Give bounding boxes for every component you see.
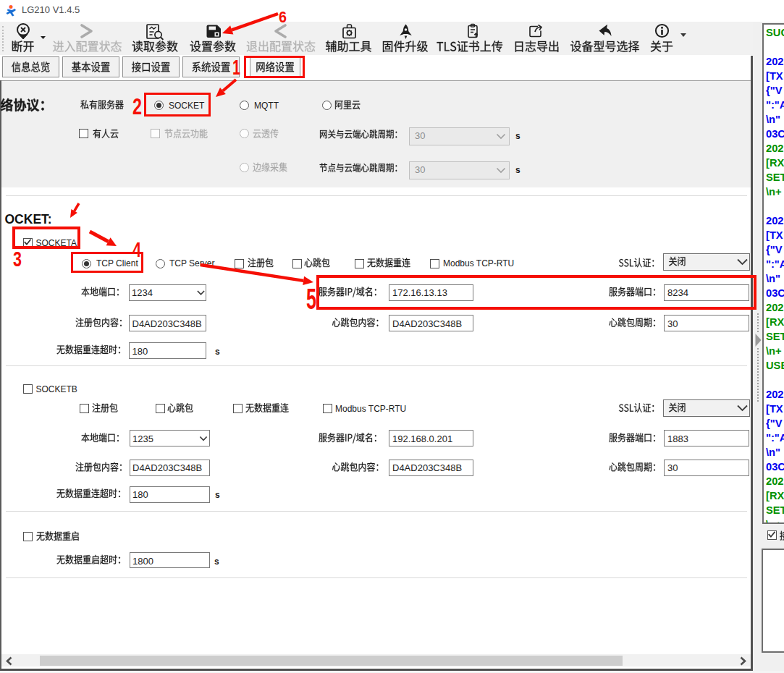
svg-text:6: 6: [279, 8, 287, 26]
svg-text:OCKET:: OCKET:: [5, 212, 52, 227]
svg-text:s: s: [515, 165, 520, 175]
svg-text:1883: 1883: [667, 433, 688, 444]
svg-text:202: 202: [766, 56, 784, 67]
svg-text:{"V: {"V: [766, 418, 783, 429]
svg-text:180: 180: [132, 346, 148, 357]
svg-text:30: 30: [667, 318, 678, 329]
svg-text:03C: 03C: [766, 461, 784, 473]
svg-text:03C: 03C: [766, 287, 784, 299]
svg-text:[RX: [RX: [766, 316, 784, 328]
svg-text:1: 1: [232, 55, 240, 79]
svg-text:\n": \n": [766, 273, 780, 284]
svg-text:Modbus TCP-RTU: Modbus TCP-RTU: [335, 404, 406, 414]
svg-text:\n": \n": [766, 446, 780, 458]
svg-text:s: s: [215, 490, 220, 500]
svg-text:s: s: [515, 131, 520, 141]
svg-text:\n+: \n+: [766, 345, 782, 357]
svg-text:[RX: [RX: [766, 157, 784, 169]
svg-text:202: 202: [766, 215, 784, 227]
svg-text:202: 202: [766, 143, 784, 154]
svg-text:03C: 03C: [766, 128, 784, 140]
svg-text:192.168.0.201: 192.168.0.201: [392, 433, 452, 444]
svg-text:s: s: [215, 347, 220, 357]
svg-text:1800: 1800: [132, 556, 153, 567]
svg-text:202: 202: [766, 475, 784, 487]
svg-text:[TX: [TX: [766, 229, 783, 241]
svg-text:30: 30: [415, 164, 425, 175]
svg-text:SET: SET: [766, 331, 784, 342]
svg-text:1235: 1235: [132, 433, 153, 444]
svg-text:{"V: {"V: [766, 85, 783, 96]
svg-text:USB: USB: [766, 360, 784, 371]
svg-text:LG210 V1.4.5: LG210 V1.4.5: [22, 4, 80, 15]
svg-text:\n": \n": [766, 114, 780, 125]
svg-text:2: 2: [132, 94, 142, 119]
svg-text:s: s: [214, 556, 219, 567]
svg-text:":"A: ":"A: [766, 99, 784, 111]
svg-text:30: 30: [415, 130, 425, 141]
svg-text:D4AD203C348B: D4AD203C348B: [132, 318, 202, 329]
svg-text:202: 202: [766, 302, 784, 313]
svg-text:D4AD203C348B: D4AD203C348B: [392, 462, 462, 473]
svg-text:D4AD203C348B: D4AD203C348B: [132, 462, 202, 473]
svg-text:\n+: \n+: [766, 186, 782, 198]
svg-text:[TX: [TX: [766, 403, 783, 415]
svg-text:SET: SET: [766, 172, 784, 183]
svg-text:[TX: [TX: [766, 70, 783, 82]
svg-text:30: 30: [667, 462, 678, 473]
svg-text:3: 3: [13, 247, 22, 271]
svg-text:SOCKETB: SOCKETB: [36, 384, 77, 394]
svg-text:":"A: ":"A: [766, 258, 784, 270]
svg-text:1234: 1234: [132, 287, 153, 298]
svg-text:\n+: \n+: [766, 519, 782, 530]
svg-text:D4AD203C348B: D4AD203C348B: [392, 318, 462, 329]
svg-text:[RX: [RX: [766, 490, 784, 501]
svg-text:202: 202: [766, 389, 784, 400]
svg-text:{"V: {"V: [766, 244, 783, 255]
svg-text:Modbus TCP-RTU: Modbus TCP-RTU: [443, 258, 514, 268]
svg-text:SET: SET: [766, 504, 784, 516]
svg-text:MQTT: MQTT: [254, 101, 279, 111]
svg-text:":"A: ":"A: [766, 432, 784, 444]
svg-text:180: 180: [132, 489, 148, 500]
svg-text:SUC: SUC: [766, 27, 784, 38]
svg-text:5: 5: [306, 283, 316, 315]
